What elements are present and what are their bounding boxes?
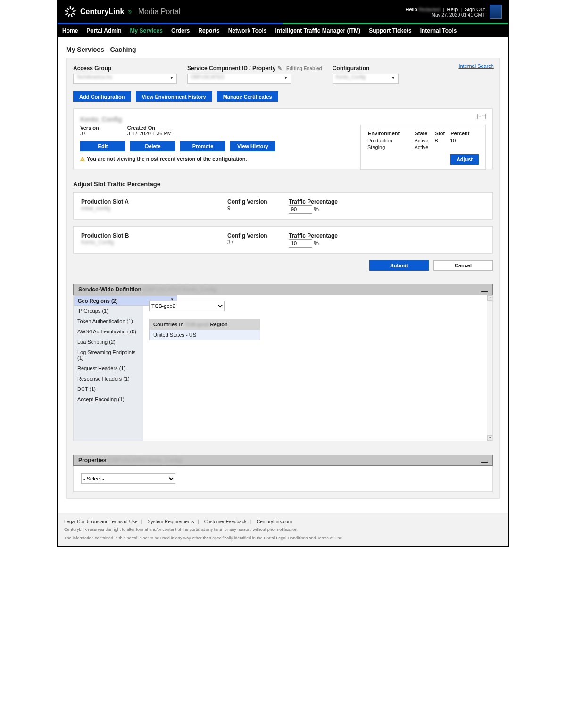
version-label: Version [80, 125, 99, 131]
scroll-down-icon[interactable]: ▾ [487, 435, 492, 441]
slot-a-config-name: initial_config [81, 205, 227, 212]
internal-search-link[interactable]: Internal Search [458, 63, 494, 69]
svg-rect-1 [70, 6, 71, 9]
nav-network-tools[interactable]: Network Tools [228, 27, 267, 34]
nav-my-services[interactable]: My Services [130, 27, 163, 34]
editing-enabled-label: Editing Enabled [286, 66, 322, 71]
env-row: Staging Active [367, 144, 479, 150]
promote-button[interactable]: Promote [180, 141, 225, 151]
nav-reports[interactable]: Reports [198, 27, 219, 34]
footer-fine2: The information contained in this portal… [64, 536, 502, 541]
manage-certificates-button[interactable]: Manage Certificates [217, 91, 278, 102]
created-label: Created On [127, 125, 172, 131]
footer-link-sysreq[interactable]: System Requirements [148, 519, 194, 524]
scroll-up-icon[interactable]: ▴ [487, 295, 492, 301]
slot-a-pct-input[interactable] [289, 205, 312, 214]
countries-box: Countries in TGB-geo2 Region United Stat… [149, 319, 260, 340]
country-row: United States - US [150, 330, 260, 340]
swd-tab-req-headers[interactable]: Request Headers (1) [74, 363, 143, 373]
pct-sign: % [312, 206, 319, 213]
help-link[interactable]: Help [447, 7, 458, 12]
brand-logo [64, 6, 76, 18]
swd-tab-dct[interactable]: DCT (1) [74, 384, 143, 394]
swd-tab-lua[interactable]: Lua Scripting (2) [74, 337, 143, 347]
svg-rect-8 [65, 10, 68, 12]
slot-b-title: Production Slot B [81, 232, 227, 239]
footer-link-legal[interactable]: Legal Conditions and Terms of Use [64, 519, 137, 524]
created-value: 3-17-2020 1:36 PM [127, 131, 172, 136]
swd-tab-resp-headers[interactable]: Response Headers (1) [74, 373, 143, 384]
footer: Legal Conditions and Terms of Use| Syste… [58, 513, 508, 546]
scid-label: Service Component ID / Property ✎ Editin… [187, 65, 322, 72]
swd-tab-token-auth[interactable]: Token Authentication (1) [74, 316, 143, 326]
svg-rect-6 [68, 14, 70, 17]
properties-select[interactable]: - Select - [81, 473, 175, 484]
svg-rect-2 [71, 7, 74, 10]
access-group-label: Access Group [73, 65, 177, 72]
svg-rect-4 [72, 12, 75, 15]
swd-tab-aws4-auth[interactable]: AWS4 Authentification (0) [74, 326, 143, 337]
nav-orders[interactable]: Orders [171, 27, 190, 34]
environment-box: Environment State Slot Percent Productio… [360, 125, 486, 170]
add-configuration-button[interactable]: Add Configuration [73, 91, 131, 102]
view-environment-history-button[interactable]: View Environment History [136, 91, 212, 102]
filters-panel: Internal Search Access Group TechAmerica… [66, 58, 500, 499]
swd-header-bar: Service-Wide Definition (OBFUSCATED Kent… [73, 284, 493, 295]
properties-header-bar: Properties (OBFUSCATED Kento_Config) ― [73, 455, 493, 466]
adjust-button[interactable]: Adjust [450, 154, 479, 165]
nav-portal-admin[interactable]: Portal Admin [86, 27, 121, 34]
slot-section-title: Adjust Slot Traffic Percentage [73, 181, 493, 188]
swd-main: TGB-geo2 Countries in TGB-geo2 Region Un… [143, 295, 492, 441]
svg-rect-9 [66, 7, 69, 10]
navbar: Home Portal Admin My Services Orders Rep… [58, 24, 508, 37]
configuration-card: ←⌒ Kento_Config Version 37 Created On 3-… [73, 108, 493, 169]
nav-home[interactable]: Home [62, 27, 78, 34]
env-row: Production Active B 10 [367, 137, 479, 144]
brand-name: CenturyLink [80, 8, 124, 16]
slot-a-title: Production Slot A [81, 199, 227, 205]
cancel-button[interactable]: Cancel [433, 260, 493, 271]
footer-link-feedback[interactable]: Customer Feedback [204, 519, 247, 524]
region-select[interactable]: TGB-geo2 [149, 301, 225, 311]
username: Redacted [419, 7, 440, 12]
swd-tab-log-streaming[interactable]: Log Streaming Endpoints (1) [74, 347, 143, 363]
slot-b-pct-input[interactable] [289, 239, 312, 248]
page-title: My Services - Caching [66, 46, 500, 53]
nav-support-tickets[interactable]: Support Tickets [369, 27, 411, 34]
svg-rect-7 [65, 12, 68, 15]
delete-button[interactable]: Delete [130, 141, 175, 151]
swd-tab-ip-groups[interactable]: IP Groups (1) [74, 306, 143, 316]
view-history-button[interactable]: View History [230, 141, 275, 151]
configuration-label: Configuration [333, 65, 399, 72]
slot-a-configver: 9 [227, 205, 289, 212]
vyvx-badge-icon [490, 5, 502, 19]
slot-b-configver: 37 [227, 239, 289, 246]
signout-link[interactable]: Sign Out [465, 7, 485, 12]
svg-rect-3 [73, 10, 76, 12]
config-name: Kento_Config [80, 116, 486, 123]
countries-header: Countries in TGB-geo2 Region [150, 319, 260, 330]
scid-select[interactable]: OBFUSCATED [187, 74, 291, 84]
brand: CenturyLink® Media Portal [64, 6, 181, 18]
accent-bar [58, 23, 508, 24]
swd-body: Geo Regions (2) IP Groups (1) Token Auth… [73, 295, 493, 441]
access-group-select[interactable]: TechAmerica Inc [73, 74, 177, 84]
footer-link-cl[interactable]: CenturyLink.com [257, 519, 292, 524]
nav-itm[interactable]: Intelligent Traffic Manager (ITM) [275, 27, 360, 34]
warning-icon: ⚠ [80, 156, 85, 162]
submit-button[interactable]: Submit [369, 260, 429, 271]
edit-button[interactable]: Edit [80, 141, 125, 151]
swd-scrollbar[interactable]: ▴ ▾ [487, 295, 492, 441]
header-timestamp: May 27, 2020 01:41 GMT [406, 12, 485, 17]
properties-collapse-icon[interactable]: ― [481, 458, 488, 466]
pct-sign: % [312, 240, 319, 247]
slot-a-card: Production Slot A initial_config Config … [73, 192, 493, 220]
swd-collapse-icon[interactable]: ― [481, 288, 488, 295]
slot-b-configver-label: Config Version [227, 232, 289, 239]
swd-tab-accept-encoding[interactable]: Accept-Encoding (1) [74, 394, 143, 405]
configuration-select[interactable]: Kento_Config [333, 74, 399, 84]
svg-rect-5 [71, 14, 73, 17]
slot-a-pct-label: Traffic Percentage [289, 199, 485, 205]
footer-fine1: CenturyLink reserves the right to alter … [64, 527, 502, 533]
nav-internal-tools[interactable]: Internal Tools [420, 27, 457, 34]
